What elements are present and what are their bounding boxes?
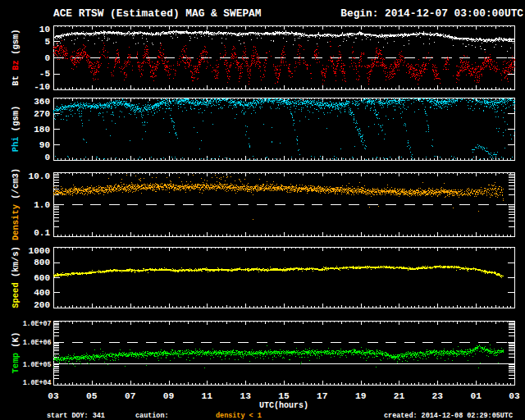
svg-text:13: 13 [240,391,251,401]
svg-text:05: 05 [86,391,98,401]
svg-text:1.0: 1.0 [34,200,50,210]
svg-text:Temp (K): Temp (K) [11,332,21,373]
svg-text:360: 360 [34,97,50,107]
svg-text:10: 10 [39,25,50,34]
svg-text:Speed (km/s): Speed (km/s) [11,246,21,308]
svg-text:-10: -10 [34,82,50,92]
svg-text:03: 03 [509,391,520,401]
svg-text:09: 09 [163,391,175,401]
svg-text:19: 19 [355,391,367,401]
svg-text:600: 600 [34,273,50,283]
svg-text:caution:: caution: [135,412,169,420]
svg-text:17: 17 [317,391,327,401]
svg-text:5: 5 [44,37,50,47]
svg-text:1.0E+06: 1.0E+06 [23,339,52,346]
svg-text:90: 90 [39,140,50,150]
svg-text:Begin: 2014-12-07 03:00:00UTC: Begin: 2014-12-07 03:00:00UTC [340,7,523,20]
svg-text:23: 23 [432,391,444,401]
svg-text:400: 400 [34,288,50,298]
svg-text:03: 03 [48,391,59,401]
svg-text:-5: -5 [39,69,51,79]
svg-text:11: 11 [202,391,213,401]
svg-text:10.0: 10.0 [29,171,50,181]
svg-text:Density (/cm3): Density (/cm3) [11,168,21,240]
svg-text:21: 21 [394,391,405,401]
svg-text:density < 1: density < 1 [216,412,262,420]
svg-text:01: 01 [470,391,482,401]
svg-text:800: 800 [34,258,50,267]
svg-text:0: 0 [44,53,50,63]
svg-text:15: 15 [278,391,290,401]
svg-text:1.0E+07: 1.0E+07 [23,320,52,327]
svg-text:1.0E+04: 1.0E+04 [23,379,52,386]
svg-text:270: 270 [34,109,50,119]
svg-text:1.0E+05: 1.0E+05 [23,361,52,368]
svg-text:Bt Bz (gsm): Bt Bz (gsm) [11,29,21,85]
svg-text:created: 2014-12-08 02:29:05UT: created: 2014-12-08 02:29:05UTC [384,412,513,420]
svg-text:ACE RTSW (Estimated) MAG & SWE: ACE RTSW (Estimated) MAG & SWEPAM [53,7,262,20]
svg-text:UTC(hours): UTC(hours) [259,401,308,410]
svg-text:Phi (gsm): Phi (gsm) [11,106,21,153]
svg-text:1000: 1000 [29,246,50,256]
svg-text:180: 180 [34,125,50,135]
svg-text:start DOY: 341: start DOY: 341 [47,412,105,420]
svg-text:0.1: 0.1 [34,228,50,238]
svg-text:200: 200 [34,300,50,310]
svg-text:0: 0 [44,153,50,162]
svg-text:07: 07 [125,391,135,401]
